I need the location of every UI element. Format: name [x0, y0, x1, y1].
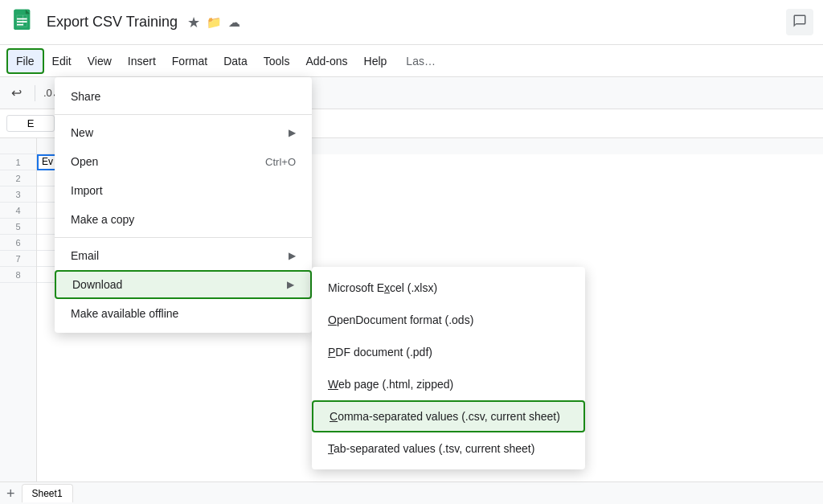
- download-csv[interactable]: Comma-separated values (.csv, current sh…: [312, 400, 585, 432]
- row-header-6: 6: [0, 235, 36, 251]
- offline-label: Make available offline: [71, 307, 178, 320]
- download-chevron-icon: ▶: [287, 279, 294, 290]
- svg-rect-5: [17, 23, 23, 25]
- ods-label: OpenDocument format (.ods): [328, 313, 473, 326]
- download-tsv[interactable]: Tab-separated values (.tsv, current shee…: [312, 432, 585, 465]
- file-menu-offline[interactable]: Make available offline: [55, 299, 312, 328]
- file-menu-share[interactable]: Share: [55, 82, 312, 111]
- menu-help[interactable]: Help: [356, 50, 395, 72]
- file-menu-email[interactable]: Email ▶: [55, 241, 312, 270]
- row-header-7: 7: [0, 251, 36, 267]
- row-header-5: 5: [0, 219, 36, 235]
- menu-insert[interactable]: Insert: [120, 50, 164, 72]
- menu-last-edit[interactable]: Las…: [398, 50, 444, 72]
- undo-button[interactable]: ↩: [6, 82, 27, 104]
- menu-data[interactable]: Data: [215, 50, 256, 72]
- make-copy-label: Make a copy: [71, 213, 134, 226]
- new-chevron-icon: ▶: [289, 127, 296, 138]
- pdf-label: PDF document (.pdf): [328, 346, 432, 359]
- row-header-1: 1: [0, 154, 36, 170]
- download-html[interactable]: Web page (.html, zipped): [312, 368, 585, 400]
- title-icons: ★ 📁 ☁: [187, 14, 240, 31]
- svg-rect-3: [17, 18, 27, 19]
- toolbar-sep-1: [35, 85, 35, 101]
- file-menu-make-copy[interactable]: Make a copy: [55, 205, 312, 234]
- xlsx-label: Microsoft Excel (.xlsx): [328, 281, 437, 294]
- dropdown-sep-1: [55, 114, 312, 115]
- file-dropdown-overlay: Share New ▶ Open Ctrl+O Import Make a co…: [55, 77, 312, 333]
- menu-addons[interactable]: Add-ons: [297, 50, 355, 72]
- decimal-left: .0: [43, 87, 52, 99]
- app-icon: [10, 8, 39, 37]
- import-label: Import: [71, 184, 103, 197]
- row-headers: 1 2 3 4 5 6 7 8: [0, 138, 37, 504]
- download-ods[interactable]: OpenDocument format (.ods): [312, 304, 585, 336]
- menu-view[interactable]: View: [80, 50, 120, 72]
- sheet-tab[interactable]: Sheet1: [22, 484, 73, 502]
- comments-button[interactable]: [786, 9, 813, 35]
- html-label: Web page (.html, zipped): [328, 378, 453, 391]
- email-label: Email: [71, 249, 99, 262]
- title-area: Export CSV Training ★ 📁 ☁: [47, 14, 240, 31]
- svg-rect-4: [17, 21, 27, 23]
- top-bar: Export CSV Training ★ 📁 ☁: [0, 0, 823, 45]
- row-header-2: 2: [0, 170, 36, 186]
- cloud-icon: ☁: [228, 15, 240, 30]
- open-label: Open: [71, 155, 98, 168]
- cell-reference[interactable]: [6, 115, 55, 132]
- download-xlsx[interactable]: Microsoft Excel (.xlsx): [312, 272, 585, 304]
- download-submenu: Microsoft Excel (.xlsx) OpenDocument for…: [312, 267, 585, 469]
- file-menu-download[interactable]: Download ▶: [55, 270, 312, 299]
- row-header-3: 3: [0, 186, 36, 203]
- menu-edit[interactable]: Edit: [44, 50, 80, 72]
- share-label: Share: [71, 90, 100, 103]
- row-header-4: 4: [0, 203, 36, 219]
- file-menu-open[interactable]: Open Ctrl+O: [55, 147, 312, 176]
- csv-label: Comma-separated values (.csv, current sh…: [330, 410, 560, 423]
- folder-icon[interactable]: 📁: [207, 15, 222, 30]
- file-dropdown: Share New ▶ Open Ctrl+O Import Make a co…: [55, 77, 312, 333]
- tsv-label: Tab-separated values (.tsv, current shee…: [328, 442, 534, 455]
- dropdown-sep-2: [55, 237, 312, 238]
- star-icon[interactable]: ★: [187, 14, 200, 31]
- col-header-corner: [0, 138, 36, 154]
- download-label: Download: [72, 278, 122, 291]
- svg-rect-6: [23, 15, 23, 26]
- email-chevron-icon: ▶: [289, 250, 296, 261]
- new-label: New: [71, 126, 93, 139]
- file-menu-new[interactable]: New ▶: [55, 118, 312, 147]
- download-pdf[interactable]: PDF document (.pdf): [312, 336, 585, 368]
- file-menu-import[interactable]: Import: [55, 176, 312, 205]
- row-header-8: 8: [0, 267, 36, 283]
- bottom-bar: + Sheet1: [0, 481, 823, 504]
- menu-file[interactable]: File: [6, 48, 44, 74]
- add-sheet-button[interactable]: +: [6, 486, 15, 501]
- menu-tools[interactable]: Tools: [256, 50, 298, 72]
- menu-bar: File Edit View Insert Format Data Tools …: [0, 45, 823, 77]
- open-shortcut: Ctrl+O: [265, 156, 296, 168]
- menu-format[interactable]: Format: [164, 50, 215, 72]
- doc-title: Export CSV Training: [47, 14, 178, 31]
